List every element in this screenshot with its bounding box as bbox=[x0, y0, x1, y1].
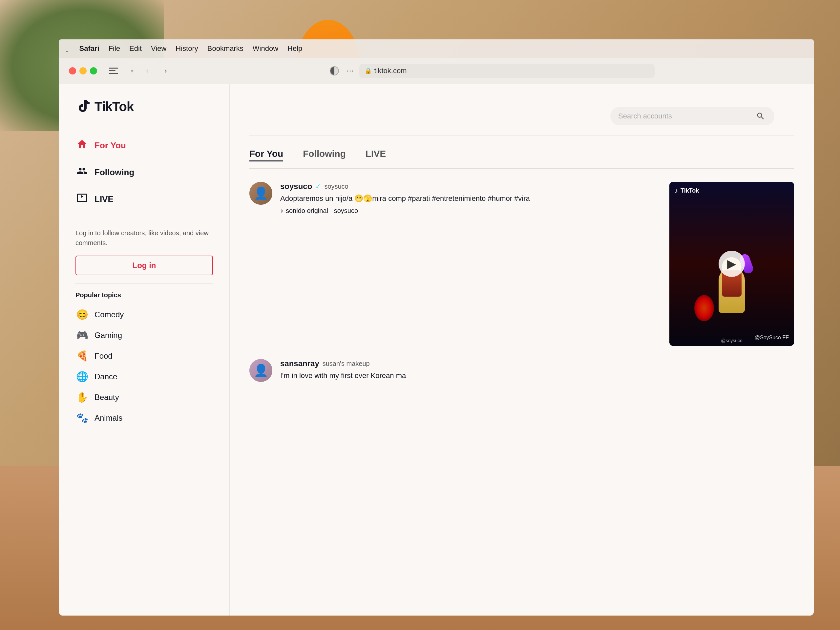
browser-content: TikTok For You Following bbox=[59, 84, 814, 616]
video-sound-1: ♪ sonido original - soysuco bbox=[280, 207, 662, 215]
author-name-1[interactable]: soysuco bbox=[280, 182, 312, 191]
login-button[interactable]: Log in bbox=[76, 256, 213, 275]
tiktok-sidebar: TikTok For You Following bbox=[59, 84, 230, 616]
beauty-icon: ✋ bbox=[76, 392, 88, 403]
tiktok-logo-text: TikTok bbox=[95, 99, 134, 114]
video-overlay-tag: @SoySuco FF bbox=[755, 335, 789, 341]
main-tabs: For You Following LIVE bbox=[249, 148, 794, 169]
topic-comedy[interactable]: 😊 Comedy bbox=[69, 304, 219, 325]
login-prompt: Log in to follow creators, like videos, … bbox=[69, 228, 219, 275]
browser-window: ▾ ‹ › ⋯ 🔒 tiktok.com bbox=[59, 58, 814, 616]
following-icon bbox=[76, 165, 88, 179]
tab-live[interactable]: LIVE bbox=[366, 148, 386, 161]
popular-topics-heading: Popular topics bbox=[69, 291, 219, 299]
nav-item-for-you[interactable]: For You bbox=[69, 133, 219, 158]
address-bar[interactable]: 🔒 tiktok.com bbox=[359, 64, 655, 78]
author-name-2[interactable]: sansanray bbox=[280, 359, 319, 368]
video-card-2: 👤 sansanray susan's makeup I'm in love w… bbox=[249, 359, 794, 384]
file-menu[interactable]: File bbox=[109, 44, 120, 53]
chevron-down-icon: ▾ bbox=[131, 67, 134, 74]
nav-divider-2 bbox=[76, 283, 213, 284]
sidebar-toggle-button[interactable] bbox=[109, 66, 121, 76]
minimize-button[interactable] bbox=[79, 67, 87, 74]
view-menu[interactable]: View bbox=[151, 44, 166, 53]
video-info-1: soysuco ✓ soysuco Adoptaremos un hijo/a … bbox=[280, 182, 662, 346]
nav-label-following: Following bbox=[95, 167, 134, 177]
video-info-2: sansanray susan's makeup I'm in love wit… bbox=[280, 359, 794, 384]
tiktok-main-content: Search accounts For You Following LIVE bbox=[230, 84, 814, 616]
tab-following[interactable]: Following bbox=[303, 148, 346, 161]
nav-item-following[interactable]: Following bbox=[69, 159, 219, 185]
mac-menubar:  Safari File Edit View History Bookmark… bbox=[59, 39, 814, 58]
comedy-icon: 😊 bbox=[76, 309, 88, 320]
topic-gaming[interactable]: 🎮 Gaming bbox=[69, 325, 219, 346]
search-icon[interactable] bbox=[755, 110, 766, 122]
gaming-icon: 🎮 bbox=[76, 330, 88, 341]
thumb-game-bg: ▶ ♪ TikTok @soysuco @SoySuco FF bbox=[669, 182, 794, 346]
tab-for-you[interactable]: For You bbox=[249, 148, 283, 161]
search-placeholder: Search accounts bbox=[618, 112, 751, 120]
video-card-1: 👤 soysuco ✓ soysuco Adoptaremos un hijo/… bbox=[249, 182, 794, 346]
close-button[interactable] bbox=[69, 67, 76, 74]
bookmarks-menu[interactable]: Bookmarks bbox=[207, 44, 243, 53]
apple-menu[interactable]:  bbox=[66, 44, 69, 54]
verified-badge-1: ✓ bbox=[315, 182, 321, 190]
play-button-1[interactable]: ▶ bbox=[718, 251, 745, 277]
topic-label-beauty: Beauty bbox=[95, 393, 119, 402]
author-handle-2: susan's makeup bbox=[322, 360, 370, 368]
login-prompt-text: Log in to follow creators, like videos, … bbox=[76, 228, 213, 248]
topic-label-comedy: Comedy bbox=[95, 310, 124, 319]
dance-icon: 🌐 bbox=[76, 371, 88, 382]
tiktok-logo-icon bbox=[76, 97, 91, 116]
nav-label-live: LIVE bbox=[95, 194, 114, 204]
tiktok-header-bar: Search accounts bbox=[249, 97, 794, 136]
share-button[interactable]: ⋯ bbox=[344, 64, 357, 77]
author-row-1: soysuco ✓ soysuco bbox=[280, 182, 662, 191]
video-watermark-1: ♪ TikTok bbox=[675, 187, 699, 194]
topic-label-animals: Animals bbox=[95, 414, 122, 423]
topic-label-dance: Dance bbox=[95, 372, 117, 381]
music-note-icon-1: ♪ bbox=[280, 207, 283, 214]
author-row-2: sansanray susan's makeup bbox=[280, 359, 794, 368]
traffic-lights bbox=[69, 67, 97, 74]
video-description-1: Adoptaremos un hijo/a 😬🫣mira comp #parat… bbox=[280, 194, 662, 204]
history-menu[interactable]: History bbox=[175, 44, 198, 53]
back-button[interactable]: ‹ bbox=[141, 65, 153, 77]
nav-item-live[interactable]: LIVE bbox=[69, 186, 219, 212]
video-thumbnail-1[interactable]: ▶ ♪ TikTok @soysuco @SoySuco FF bbox=[669, 182, 794, 346]
lock-icon: 🔒 bbox=[365, 67, 372, 74]
edit-menu[interactable]: Edit bbox=[129, 44, 142, 53]
video-feed: 👤 soysuco ✓ soysuco Adoptaremos un hijo/… bbox=[249, 182, 794, 384]
tiktok-logo: TikTok bbox=[69, 97, 219, 116]
topic-label-food: Food bbox=[95, 351, 112, 361]
search-bar[interactable]: Search accounts bbox=[610, 107, 774, 125]
animals-icon: 🐾 bbox=[76, 412, 88, 424]
topic-food[interactable]: 🍕 Food bbox=[69, 346, 219, 366]
avatar-sansanray[interactable]: 👤 bbox=[249, 359, 272, 382]
nav-label-for-you: For You bbox=[95, 141, 126, 151]
video-overlay-handle: @soysuco bbox=[721, 338, 742, 343]
forward-button[interactable]: › bbox=[160, 65, 172, 77]
sound-text-1: sonido original - soysuco bbox=[286, 207, 358, 215]
url-text: tiktok.com bbox=[374, 66, 407, 75]
browser-toolbar: ▾ ‹ › ⋯ 🔒 tiktok.com bbox=[59, 58, 814, 84]
window-menu[interactable]: Window bbox=[253, 44, 278, 53]
avatar-soysuco[interactable]: 👤 bbox=[249, 182, 272, 205]
author-handle-1: soysuco bbox=[324, 183, 348, 190]
safari-menu[interactable]: Safari bbox=[79, 44, 99, 53]
home-icon bbox=[76, 139, 88, 152]
topic-animals[interactable]: 🐾 Animals bbox=[69, 407, 219, 428]
nav-divider bbox=[76, 220, 213, 220]
address-bar-container: ⋯ 🔒 tiktok.com bbox=[178, 64, 804, 78]
watermark-text-1: TikTok bbox=[681, 187, 699, 194]
topic-label-gaming: Gaming bbox=[95, 331, 122, 340]
topic-dance[interactable]: 🌐 Dance bbox=[69, 366, 219, 387]
help-menu[interactable]: Help bbox=[287, 44, 302, 53]
topic-beauty[interactable]: ✋ Beauty bbox=[69, 387, 219, 407]
maximize-button[interactable] bbox=[90, 67, 97, 74]
food-icon: 🍕 bbox=[76, 350, 88, 362]
video-description-2: I'm in love with my first ever Korean ma bbox=[280, 371, 794, 381]
live-icon bbox=[76, 192, 88, 206]
privacy-icon-button[interactable] bbox=[328, 64, 341, 77]
watermark-logo-icon: ♪ bbox=[675, 187, 678, 194]
